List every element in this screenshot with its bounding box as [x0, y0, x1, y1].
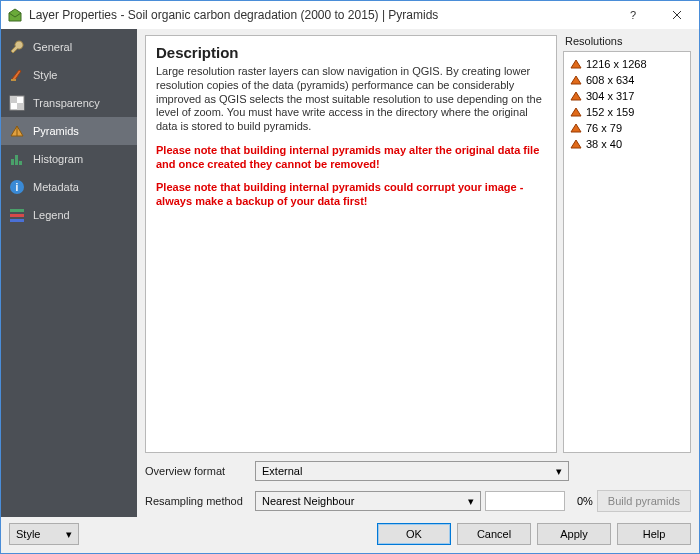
- dialog-body: GeneralStyleTransparencyPyramidsHistogra…: [1, 29, 699, 517]
- sidebar-item-metadata[interactable]: iMetadata: [1, 173, 137, 201]
- sidebar-item-label: General: [33, 41, 72, 53]
- svg-rect-6: [19, 161, 22, 165]
- resolution-text: 76 x 79: [586, 122, 622, 134]
- sidebar-item-label: Histogram: [33, 153, 83, 165]
- resolution-item[interactable]: 76 x 79: [566, 120, 688, 136]
- sidebar-item-label: Legend: [33, 209, 70, 221]
- sidebar-item-histogram[interactable]: Histogram: [1, 145, 137, 173]
- overview-format-label: Overview format: [145, 465, 251, 477]
- pyramid-level-icon: [570, 58, 582, 70]
- sidebar-item-label: Style: [33, 69, 57, 81]
- content-row: Description Large resolution raster laye…: [145, 35, 691, 453]
- resolution-item[interactable]: 608 x 634: [566, 72, 688, 88]
- window-title: Layer Properties - Soil organic carbon d…: [29, 8, 611, 22]
- chevron-down-icon: ▾: [466, 495, 476, 508]
- svg-rect-3: [17, 103, 24, 110]
- wrench-icon: [9, 39, 25, 55]
- sidebar-item-pyramids[interactable]: Pyramids: [1, 117, 137, 145]
- build-pyramids-button[interactable]: Build pyramids: [597, 490, 691, 512]
- sidebar-item-style[interactable]: Style: [1, 61, 137, 89]
- resolution-item[interactable]: 38 x 40: [566, 136, 688, 152]
- warning-1: Please note that building internal pyram…: [156, 144, 546, 172]
- resolution-item[interactable]: 304 x 317: [566, 88, 688, 104]
- description-heading: Description: [156, 44, 546, 61]
- resampling-label: Resampling method: [145, 495, 251, 507]
- sidebar: GeneralStyleTransparencyPyramidsHistogra…: [1, 29, 137, 517]
- svg-rect-10: [10, 214, 24, 217]
- resampling-value: Nearest Neighbour: [262, 495, 466, 507]
- svg-text:i: i: [16, 182, 19, 193]
- svg-rect-9: [10, 209, 24, 212]
- svg-rect-0: [11, 79, 16, 81]
- description-body: Large resolution raster layers can slow …: [156, 65, 546, 134]
- resolutions-list[interactable]: 1216 x 1268608 x 634304 x 317152 x 15976…: [563, 51, 691, 453]
- main-panel: Description Large resolution raster laye…: [137, 29, 699, 517]
- warning-2: Please note that building internal pyram…: [156, 181, 546, 209]
- app-icon: [7, 7, 23, 23]
- resolution-item[interactable]: 152 x 159: [566, 104, 688, 120]
- window: Layer Properties - Soil organic carbon d…: [0, 0, 700, 554]
- style-menu-button[interactable]: Style ▾: [9, 523, 79, 545]
- resolution-text: 1216 x 1268: [586, 58, 647, 70]
- resolution-text: 152 x 159: [586, 106, 634, 118]
- sidebar-item-transparency[interactable]: Transparency: [1, 89, 137, 117]
- histogram-icon: [9, 151, 25, 167]
- brush-icon: [9, 67, 25, 83]
- checker-icon: [9, 95, 25, 111]
- sidebar-item-legend[interactable]: Legend: [1, 201, 137, 229]
- resolution-item[interactable]: 1216 x 1268: [566, 56, 688, 72]
- sidebar-item-label: Transparency: [33, 97, 100, 109]
- resolutions-column: Resolutions 1216 x 1268608 x 634304 x 31…: [563, 35, 691, 453]
- sidebar-item-label: Pyramids: [33, 125, 79, 137]
- svg-rect-2: [10, 96, 17, 103]
- bottom-bar: Style ▾ OK Cancel Apply Help: [1, 517, 699, 553]
- description-box: Description Large resolution raster laye…: [145, 35, 557, 453]
- chevron-down-icon: ▾: [66, 528, 72, 541]
- cancel-button[interactable]: Cancel: [457, 523, 531, 545]
- close-button[interactable]: [655, 1, 699, 29]
- close-icon: [672, 10, 682, 20]
- ok-button[interactable]: OK: [377, 523, 451, 545]
- help-dialog-button[interactable]: Help: [617, 523, 691, 545]
- pyramid-level-icon: [570, 106, 582, 118]
- apply-button[interactable]: Apply: [537, 523, 611, 545]
- resolutions-label: Resolutions: [563, 35, 691, 51]
- svg-rect-4: [11, 159, 14, 165]
- pyramid-level-icon: [570, 90, 582, 102]
- overview-format-row: Overview format External ▾: [145, 459, 691, 483]
- sidebar-item-label: Metadata: [33, 181, 79, 193]
- resolution-text: 38 x 40: [586, 138, 622, 150]
- titlebar: Layer Properties - Soil organic carbon d…: [1, 1, 699, 29]
- resolution-text: 608 x 634: [586, 74, 634, 86]
- pyramid-level-icon: [570, 122, 582, 134]
- build-percent: 0%: [569, 495, 593, 507]
- pyramid-level-icon: [570, 74, 582, 86]
- resampling-row: Resampling method Nearest Neighbour ▾ 0%…: [145, 489, 691, 513]
- help-button[interactable]: ?: [611, 1, 655, 29]
- overview-format-combo[interactable]: External ▾: [255, 461, 569, 481]
- resolution-text: 304 x 317: [586, 90, 634, 102]
- pyramid-icon: [9, 123, 25, 139]
- sidebar-item-general[interactable]: General: [1, 33, 137, 61]
- svg-rect-5: [15, 155, 18, 165]
- resampling-combo[interactable]: Nearest Neighbour ▾: [255, 491, 481, 511]
- chevron-down-icon: ▾: [554, 465, 564, 478]
- pyramid-level-icon: [570, 138, 582, 150]
- style-menu-label: Style: [16, 528, 62, 540]
- info-icon: i: [9, 179, 25, 195]
- overview-format-value: External: [262, 465, 554, 477]
- svg-rect-11: [10, 219, 24, 222]
- build-progress: [485, 491, 565, 511]
- legend-icon: [9, 207, 25, 223]
